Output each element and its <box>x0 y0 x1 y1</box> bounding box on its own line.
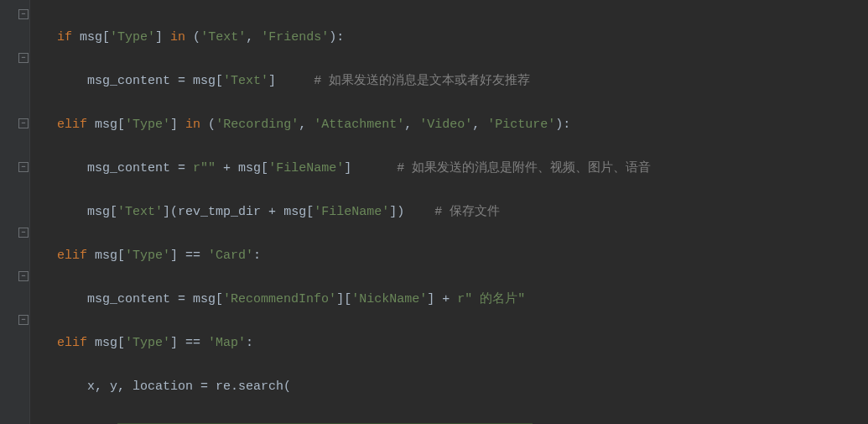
code-line[interactable]: elif msg['Type'] == 'Card': <box>57 245 868 267</box>
code-line[interactable]: elif msg['Type'] in ('Recording', 'Attac… <box>57 114 868 136</box>
code-editor[interactable]: if msg['Type'] in ('Text', 'Friends'): m… <box>30 5 868 424</box>
fold-icon[interactable]: − <box>18 228 29 238</box>
fold-icon[interactable]: − <box>18 53 29 63</box>
code-line[interactable]: if msg['Type'] in ('Text', 'Friends'): <box>57 27 868 49</box>
code-line[interactable]: msg_content = r"" + msg['FileName'] # 如果… <box>57 158 868 180</box>
fold-icon[interactable]: − <box>18 162 29 172</box>
fold-icon[interactable]: − <box>18 315 29 325</box>
code-line[interactable]: elif msg['Type'] == 'Map': <box>57 332 868 354</box>
code-line[interactable]: msg_content = msg['Text'] # 如果发送的消息是文本或者… <box>57 71 868 92</box>
fold-icon[interactable]: − <box>18 271 29 281</box>
fold-icon[interactable]: − <box>18 118 29 128</box>
editor-gutter: − − − − − − − <box>0 0 30 424</box>
code-line[interactable]: msg['Text'](rev_tmp_dir + msg['FileName'… <box>57 202 868 223</box>
code-line[interactable]: "<location x=\"(.*?)\" y=\"(.*?)\".*labe… <box>57 420 868 424</box>
code-line[interactable]: msg_content = msg['RecommendInfo']['Nick… <box>57 289 868 311</box>
code-line[interactable]: x, y, location = re.search( <box>57 376 868 398</box>
fold-icon[interactable]: − <box>18 9 29 19</box>
